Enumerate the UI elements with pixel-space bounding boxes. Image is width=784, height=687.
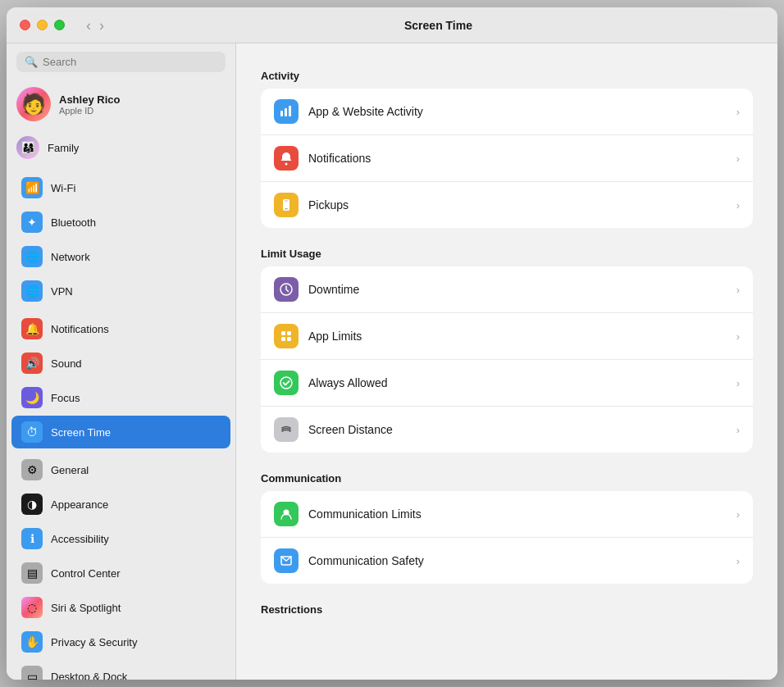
chevron-icon: › (736, 377, 740, 389)
sidebar-item-siri[interactable]: ◌ Siri & Spotlight (11, 591, 230, 624)
app-website-label: App & Website Activity (308, 105, 727, 118)
bluetooth-icon: ✦ (21, 212, 43, 233)
commsafety-icon (274, 548, 299, 573)
sidebar-item-vpn[interactable]: 🌐 VPN (11, 275, 230, 307)
sidebar-label: VPN (51, 285, 73, 298)
chevron-icon: › (736, 284, 740, 296)
sidebar-item-network[interactable]: 🌐 Network (11, 240, 230, 273)
svg-rect-5 (285, 201, 288, 202)
sidebar-item-privacy[interactable]: ✋ Privacy & Security (11, 626, 230, 658)
family-label: Family (48, 142, 79, 154)
sidebar-item-wifi[interactable]: 📶 Wi-Fi (11, 171, 230, 204)
card-activity: App & Website Activity › Notifications › (261, 89, 753, 228)
search-container: 🔍 (7, 43, 235, 80)
svg-rect-8 (281, 331, 285, 335)
controlcenter-icon: ▤ (21, 562, 43, 584)
wifi-icon: 📶 (21, 177, 43, 198)
network-icon: 🌐 (21, 246, 43, 267)
row-commlimits[interactable]: Communication Limits › (261, 491, 753, 538)
sidebar-label: Wi-Fi (51, 182, 75, 194)
section-header-limit: Limit Usage (261, 248, 753, 260)
search-icon: 🔍 (25, 56, 38, 68)
titlebar: ‹ › Screen Time (7, 7, 777, 43)
card-communication: Communication Limits › Communication Saf… (261, 491, 753, 584)
sidebar-item-accessibility[interactable]: ℹ Accessibility (11, 522, 230, 555)
sidebar-item-family[interactable]: 👨‍👩‍👧 Family (7, 131, 235, 167)
family-avatar: 👨‍👩‍👧 (16, 136, 39, 159)
svg-rect-10 (281, 337, 285, 341)
window-title: Screen Time (112, 19, 764, 32)
screendist-label: Screen Distance (308, 423, 727, 436)
sidebar-label: Accessibility (51, 533, 109, 545)
row-app-website[interactable]: App & Website Activity › (261, 89, 753, 135)
sidebar-item-general[interactable]: ⚙ General (11, 453, 230, 486)
close-button[interactable] (20, 20, 30, 30)
applimits-icon (274, 324, 299, 348)
siri-icon: ◌ (21, 597, 43, 618)
sidebar-label: Sound (51, 357, 82, 370)
downtime-icon (274, 277, 299, 302)
row-allowed[interactable]: Always Allowed › (261, 360, 753, 407)
fullscreen-button[interactable] (54, 20, 65, 30)
chevron-icon: › (736, 330, 740, 343)
sidebar-item-bluetooth[interactable]: ✦ Bluetooth (11, 206, 230, 239)
row-downtime[interactable]: Downtime › (261, 266, 753, 313)
sidebar-label: Screen Time (51, 426, 111, 439)
chevron-icon: › (736, 424, 740, 436)
svg-rect-1 (285, 108, 287, 116)
user-profile[interactable]: 🧑 Ashley Rico Apple ID (7, 80, 235, 131)
sidebar-label: General (51, 464, 89, 476)
sidebar-item-notifications[interactable]: 🔔 Notifications (11, 312, 230, 345)
commlimits-label: Communication Limits (308, 507, 727, 521)
content-area: 🔍 🧑 Ashley Rico Apple ID 👨‍👩‍👧 Family (7, 43, 777, 680)
row-notifications[interactable]: Notifications › (261, 135, 753, 182)
sidebar-label: Control Center (51, 567, 121, 580)
sidebar-item-focus[interactable]: 🌙 Focus (11, 381, 230, 414)
privacy-icon: ✋ (21, 631, 43, 653)
sidebar-item-screentime[interactable]: ⏱ Screen Time (11, 416, 230, 448)
user-name: Ashley Rico (59, 93, 120, 106)
svg-rect-0 (280, 111, 283, 116)
search-box[interactable]: 🔍 (16, 52, 226, 72)
commsafety-label: Communication Safety (308, 554, 727, 567)
app-website-icon (274, 99, 299, 124)
minimize-button[interactable] (37, 20, 48, 30)
applimits-label: App Limits (308, 330, 727, 343)
main-window: ‹ › Screen Time 🔍 🧑 Ashley Rico Ap (7, 7, 777, 680)
svg-rect-6 (285, 208, 288, 210)
desktop-icon: ▭ (21, 666, 43, 680)
allowed-label: Always Allowed (308, 376, 727, 389)
row-applimits[interactable]: App Limits › (261, 313, 753, 360)
section-header-communication: Communication (261, 472, 753, 485)
back-button[interactable]: ‹ (84, 18, 93, 33)
general-icon: ⚙ (21, 459, 43, 480)
sidebar-label: Bluetooth (51, 216, 96, 229)
sidebar-label: Privacy & Security (51, 636, 137, 648)
pickups-icon (274, 193, 299, 217)
sidebar: 🔍 🧑 Ashley Rico Apple ID 👨‍👩‍👧 Family (7, 43, 236, 680)
pickups-label: Pickups (308, 198, 727, 212)
svg-rect-11 (287, 337, 291, 341)
card-limit: Downtime › App Limits › (261, 266, 753, 453)
search-input[interactable] (43, 56, 217, 68)
chevron-icon: › (736, 106, 740, 118)
row-pickups[interactable]: Pickups › (261, 182, 753, 228)
sidebar-item-desktop[interactable]: ▭ Desktop & Dock (11, 660, 230, 680)
notifications-row-label: Notifications (308, 152, 727, 165)
sidebar-item-controlcenter[interactable]: ▤ Control Center (11, 557, 230, 589)
row-commsafety[interactable]: Communication Safety › (261, 538, 753, 584)
main-panel: Activity App & Website Activity › (236, 43, 777, 680)
chevron-icon: › (736, 555, 740, 567)
nav-buttons: ‹ › (84, 18, 106, 33)
row-screendistance[interactable]: Screen Distance › (261, 407, 753, 453)
appearance-icon: ◑ (21, 494, 43, 515)
sidebar-item-appearance[interactable]: ◑ Appearance (11, 488, 230, 521)
sidebar-label: Notifications (51, 323, 109, 335)
sidebar-item-sound[interactable]: 🔊 Sound (11, 347, 230, 380)
chevron-icon: › (736, 508, 740, 521)
notifications-icon: 🔔 (21, 318, 43, 339)
sound-icon: 🔊 (21, 353, 43, 374)
screentime-icon: ⏱ (21, 421, 43, 443)
notifications-row-icon (274, 146, 299, 171)
forward-button[interactable]: › (98, 18, 106, 33)
